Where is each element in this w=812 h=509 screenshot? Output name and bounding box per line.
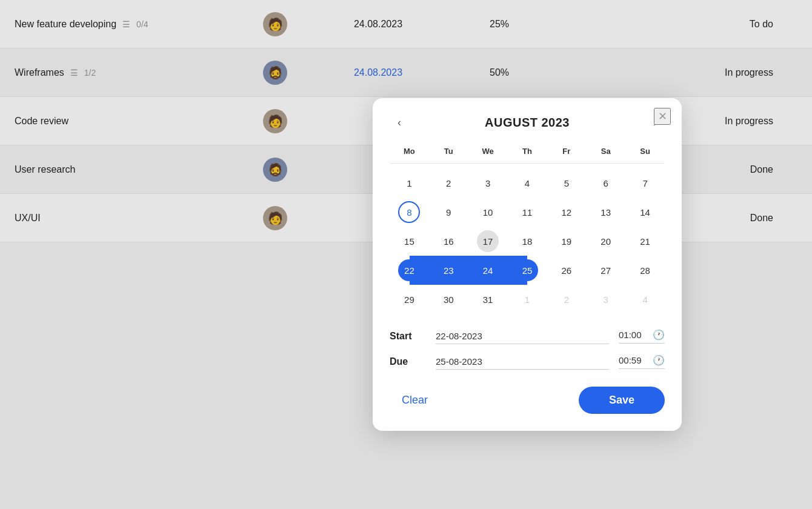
day-number: 16: [438, 230, 459, 252]
calendar-dayname: Sa: [586, 144, 625, 163]
day-number: 4: [634, 288, 656, 310]
start-time-input[interactable]: [619, 330, 649, 340]
day-number: 22: [398, 259, 420, 281]
calendar-day-cell[interactable]: 21: [625, 227, 665, 256]
calendar-day-cell[interactable]: 5: [547, 168, 586, 198]
calendar-day-cell[interactable]: 22: [390, 256, 429, 285]
day-number: 18: [516, 230, 538, 252]
day-number: 2: [438, 172, 459, 194]
calendar-dayname: Mo: [390, 144, 429, 163]
calendar-dayname: Th: [508, 144, 547, 163]
calendar-day-cell[interactable]: 1: [508, 285, 547, 314]
day-number: 4: [516, 172, 538, 194]
calendar-day-cell[interactable]: 13: [586, 198, 625, 227]
calendar-day-cell[interactable]: 12: [547, 198, 586, 227]
day-number: 30: [438, 288, 459, 310]
calendar-day-cell[interactable]: 3: [586, 285, 625, 314]
due-time-input[interactable]: [619, 355, 649, 365]
calendar-dayname: Tu: [429, 144, 468, 163]
start-time-wrap: 🕐: [619, 329, 665, 344]
day-number: 29: [398, 288, 420, 310]
due-date-input[interactable]: [436, 354, 609, 370]
day-number: 2: [556, 288, 577, 310]
calendar-grid: MoTuWeThFrSaSu12345678910111213141516171…: [390, 144, 665, 314]
day-number: 24: [477, 259, 499, 281]
calendar-day-cell[interactable]: 23: [429, 256, 468, 285]
calendar-fields: Start 🕐 Due 🕐: [390, 328, 665, 370]
day-number: 23: [438, 259, 459, 281]
day-number: 8: [398, 201, 420, 223]
calendar-day-cell[interactable]: 7: [625, 168, 665, 198]
day-number: 14: [634, 201, 656, 223]
day-number: 11: [516, 201, 538, 223]
calendar-month-title: AUGUST 2023: [485, 116, 570, 130]
calendar-separator: [390, 163, 665, 164]
calendar-day-cell[interactable]: 25: [508, 256, 547, 285]
calendar-day-cell[interactable]: 8: [390, 198, 429, 227]
save-button[interactable]: Save: [579, 387, 665, 414]
day-number: 17: [477, 230, 499, 252]
day-number: 20: [595, 230, 617, 252]
day-number: 1: [398, 172, 420, 194]
calendar-dayname: Su: [625, 144, 665, 163]
day-number: 21: [634, 230, 656, 252]
calendar-day-cell[interactable]: 31: [468, 285, 508, 314]
calendar-day-cell[interactable]: 18: [508, 227, 547, 256]
calendar-day-cell[interactable]: 9: [429, 198, 468, 227]
calendar-actions: Clear Save: [390, 387, 665, 414]
day-number: 15: [398, 230, 420, 252]
day-number: 19: [556, 230, 577, 252]
calendar-day-cell[interactable]: 1: [390, 168, 429, 198]
calendar-day-cell[interactable]: 27: [586, 256, 625, 285]
day-number: 9: [438, 201, 459, 223]
day-number: 3: [595, 288, 617, 310]
day-number: 1: [516, 288, 538, 310]
day-number: 3: [477, 172, 499, 194]
day-number: 13: [595, 201, 617, 223]
day-number: 25: [516, 259, 538, 281]
calendar-day-cell[interactable]: 19: [547, 227, 586, 256]
start-date-input[interactable]: [436, 328, 609, 344]
day-number: 12: [556, 201, 577, 223]
calendar-header: ‹ AUGUST 2023 ›: [390, 113, 665, 132]
due-clock-icon: 🕐: [653, 354, 665, 366]
calendar-day-cell[interactable]: 20: [586, 227, 625, 256]
calendar-day-cell[interactable]: 2: [547, 285, 586, 314]
calendar-day-cell[interactable]: 14: [625, 198, 665, 227]
calendar-day-cell[interactable]: 16: [429, 227, 468, 256]
day-number: 10: [477, 201, 499, 223]
day-number: 6: [595, 172, 617, 194]
day-number: 28: [634, 259, 656, 281]
calendar-day-cell[interactable]: 6: [586, 168, 625, 198]
calendar-day-cell[interactable]: 10: [468, 198, 508, 227]
day-number: 31: [477, 288, 499, 310]
due-label: Due: [390, 356, 426, 367]
close-button[interactable]: ✕: [654, 108, 671, 125]
calendar-day-cell[interactable]: 29: [390, 285, 429, 314]
due-time-wrap: 🕐: [619, 354, 665, 369]
start-field-row: Start 🕐: [390, 328, 665, 344]
day-number: 26: [556, 259, 577, 281]
calendar-day-cell[interactable]: 17: [468, 227, 508, 256]
calendar-dayname: Fr: [547, 144, 586, 163]
day-number: 5: [556, 172, 577, 194]
start-label: Start: [390, 331, 426, 342]
calendar-day-cell[interactable]: 30: [429, 285, 468, 314]
calendar-day-cell[interactable]: 4: [508, 168, 547, 198]
calendar-day-cell[interactable]: 4: [625, 285, 665, 314]
calendar-day-cell[interactable]: 26: [547, 256, 586, 285]
calendar-day-cell[interactable]: 24: [468, 256, 508, 285]
calendar-day-cell[interactable]: 3: [468, 168, 508, 198]
day-number: 27: [595, 259, 617, 281]
calendar-day-cell[interactable]: 11: [508, 198, 547, 227]
prev-month-button[interactable]: ‹: [390, 113, 409, 132]
clear-button[interactable]: Clear: [390, 388, 440, 413]
start-clock-icon: 🕐: [653, 329, 665, 341]
calendar-day-cell[interactable]: 15: [390, 227, 429, 256]
due-field-row: Due 🕐: [390, 354, 665, 370]
calendar-day-cell[interactable]: 2: [429, 168, 468, 198]
calendar-day-cell[interactable]: 28: [625, 256, 665, 285]
calendar-dayname: We: [468, 144, 508, 163]
day-number: 7: [634, 172, 656, 194]
calendar-popup: ✕ ‹ AUGUST 2023 › MoTuWeThFrSaSu12345678…: [373, 98, 682, 431]
